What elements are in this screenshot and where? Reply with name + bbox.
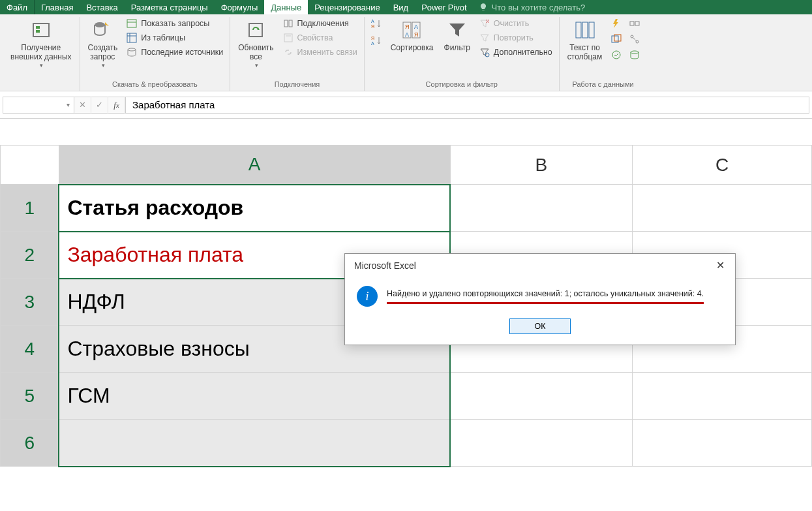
- row-header[interactable]: 5: [1, 373, 59, 420]
- external-data-icon: [31, 20, 52, 40]
- tab-file[interactable]: Файл: [0, 0, 35, 14]
- message-dialog: Microsoft Excel ✕ i Найдено и удалено по…: [344, 253, 736, 345]
- svg-text:Я: Я: [371, 24, 374, 29]
- filter-button[interactable]: Фильтр: [440, 17, 474, 55]
- svg-rect-11: [284, 20, 288, 27]
- remove-duplicates-button[interactable]: [609, 33, 624, 46]
- cell-A5[interactable]: ГСМ: [59, 373, 450, 420]
- row-header[interactable]: 6: [1, 420, 59, 467]
- select-all-corner[interactable]: [1, 146, 59, 185]
- row-header[interactable]: 2: [1, 232, 59, 279]
- svg-rect-4: [127, 20, 136, 27]
- properties-button[interactable]: Свойства: [280, 31, 360, 44]
- group-label: [7, 87, 76, 91]
- dialog-title: Microsoft Excel: [354, 260, 416, 271]
- cell-C5[interactable]: [633, 373, 812, 420]
- cell-C1[interactable]: [633, 185, 812, 232]
- new-query-button[interactable]: Создать запрос▾: [84, 17, 122, 72]
- filter-icon: [447, 20, 468, 40]
- row-header[interactable]: 3: [1, 279, 59, 326]
- menu-bar: Файл Главная Вставка Разметка страницы Ф…: [0, 0, 812, 14]
- group-label: Сортировка и фильтр: [368, 79, 555, 91]
- group-sort-filter: АЯ ЯА ЯААЯ Сортировка Фильтр Очистить По…: [365, 17, 560, 91]
- recent-sources-icon: [127, 47, 137, 57]
- tab-insert[interactable]: Вставка: [80, 0, 124, 14]
- cell-A6[interactable]: [59, 420, 450, 467]
- reapply-filter-button[interactable]: Повторить: [477, 31, 555, 44]
- cell-B5[interactable]: [450, 373, 633, 420]
- show-queries-button[interactable]: Показать запросы: [124, 17, 226, 30]
- info-icon: i: [357, 286, 378, 307]
- manage-data-model-button[interactable]: [627, 48, 642, 61]
- name-box[interactable]: ▾: [3, 97, 74, 114]
- validation-icon: [611, 50, 622, 60]
- cancel-formula-button[interactable]: ✕: [74, 97, 91, 114]
- edit-links-button[interactable]: Изменить связи: [280, 46, 360, 59]
- group-label: Работа с данными: [564, 79, 642, 91]
- advanced-filter-button[interactable]: Дополнительно: [477, 46, 555, 59]
- svg-point-9: [128, 48, 136, 51]
- svg-rect-30: [589, 22, 594, 38]
- column-header-B[interactable]: B: [450, 146, 633, 185]
- tab-view[interactable]: Вид: [387, 0, 415, 14]
- tab-home[interactable]: Главная: [35, 0, 80, 14]
- relationships-icon: [629, 34, 640, 44]
- tab-review[interactable]: Рецензирование: [308, 0, 386, 14]
- recent-sources-button[interactable]: Последние источники: [124, 46, 226, 59]
- sort-asc-button[interactable]: АЯ: [368, 17, 384, 30]
- consolidate-button[interactable]: [627, 17, 642, 30]
- tell-me[interactable]: Что вы хотите сделать?: [474, 0, 812, 14]
- svg-text:А: А: [414, 23, 418, 30]
- connections-button[interactable]: Подключения: [280, 17, 360, 30]
- flash-fill-button[interactable]: [609, 17, 624, 30]
- get-external-data-button[interactable]: Получение внешних данных▾: [7, 17, 76, 72]
- svg-rect-10: [249, 23, 262, 37]
- cell-C6[interactable]: [633, 420, 812, 467]
- svg-line-38: [633, 37, 637, 41]
- sort-icon: ЯААЯ: [402, 20, 423, 40]
- refresh-all-button[interactable]: Обновить все▾: [234, 17, 277, 72]
- svg-rect-6: [127, 33, 136, 42]
- clear-filter-button[interactable]: Очистить: [477, 17, 555, 30]
- row-header[interactable]: 4: [1, 326, 59, 373]
- formula-input[interactable]: Заработная плата: [126, 97, 809, 114]
- remove-dup-icon: [611, 34, 622, 44]
- enter-formula-button[interactable]: ✓: [91, 97, 108, 114]
- connections-icon: [283, 18, 293, 29]
- tab-formulas[interactable]: Формулы: [215, 0, 265, 14]
- svg-rect-0: [33, 23, 49, 37]
- tab-page-layout[interactable]: Разметка страницы: [125, 0, 215, 14]
- fx-button[interactable]: fx: [108, 97, 125, 114]
- cell-B1[interactable]: [450, 185, 633, 232]
- column-header-C[interactable]: C: [633, 146, 812, 185]
- svg-text:А: А: [371, 19, 374, 23]
- text-to-columns-icon: [575, 20, 595, 40]
- row-header[interactable]: 1: [1, 185, 59, 232]
- group-label: Подключения: [234, 79, 359, 91]
- data-validation-button[interactable]: [609, 48, 624, 61]
- show-queries-icon: [127, 18, 137, 29]
- dialog-message: Найдено и удалено повторяющихся значений…: [387, 288, 704, 303]
- group-connections: Обновить все▾ Подключения Свойства Измен…: [230, 17, 364, 91]
- from-table-icon: [127, 33, 137, 43]
- cell-B6[interactable]: [450, 420, 633, 467]
- dialog-close-button[interactable]: ✕: [712, 259, 729, 271]
- svg-text:Я: Я: [371, 36, 374, 40]
- svg-rect-1: [36, 26, 40, 29]
- sort-button[interactable]: ЯААЯ Сортировка: [387, 17, 438, 55]
- sort-desc-button[interactable]: ЯА: [368, 34, 384, 47]
- dialog-ok-button[interactable]: ОК: [509, 318, 571, 334]
- svg-point-39: [631, 51, 639, 54]
- relationships-button[interactable]: [627, 33, 642, 46]
- column-header-A[interactable]: A: [59, 146, 450, 185]
- svg-point-33: [612, 51, 620, 59]
- dropdown-icon: ▾: [67, 101, 70, 108]
- from-table-button[interactable]: Из таблицы: [124, 31, 226, 44]
- text-to-columns-button[interactable]: Текст по столбцам: [564, 17, 606, 65]
- tab-data[interactable]: Данные: [264, 0, 308, 14]
- cell-A1[interactable]: Статья расходов: [59, 185, 450, 232]
- group-get-transform: Создать запрос▾ Показать запросы Из табл…: [80, 17, 231, 91]
- tab-power-pivot[interactable]: Power Pivot: [415, 0, 473, 14]
- svg-rect-34: [630, 22, 634, 25]
- clear-icon: [479, 18, 490, 29]
